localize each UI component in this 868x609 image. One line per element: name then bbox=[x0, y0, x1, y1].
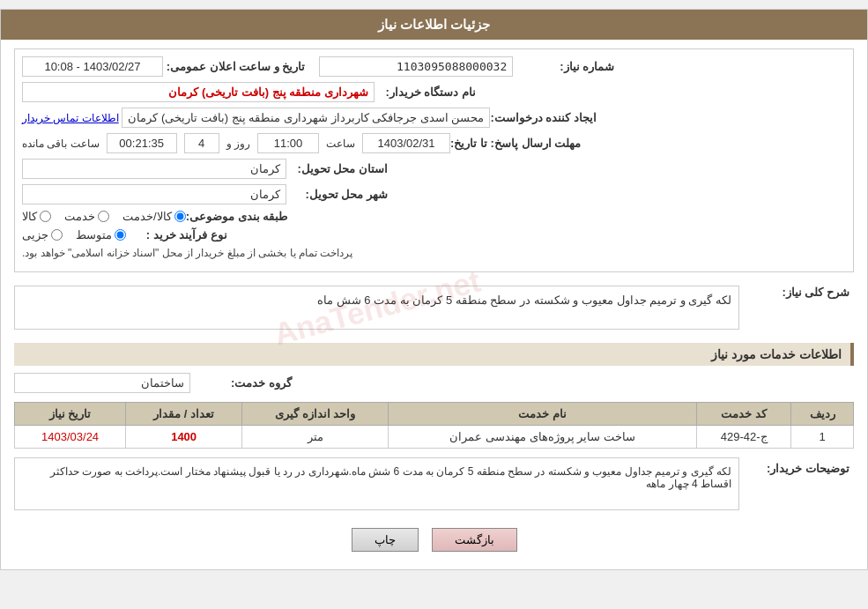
col-row-num: ردیف bbox=[791, 403, 854, 426]
radio-service[interactable]: خدمت bbox=[64, 210, 109, 223]
col-service-name: نام خدمت bbox=[389, 403, 697, 426]
row-need-number: شماره نیاز: 1103095088000032 تاریخ و ساع… bbox=[22, 56, 846, 77]
col-qty: تعداد / مقدار bbox=[126, 403, 242, 426]
province-value: کرمان bbox=[22, 159, 286, 179]
radio-partial-input[interactable] bbox=[51, 229, 63, 241]
announce-label: تاریخ و ساعت اعلان عمومی: bbox=[167, 60, 310, 73]
service-group-label: گروه خدمت: bbox=[190, 376, 296, 390]
city-label: شهر محل تحویل: bbox=[286, 188, 392, 201]
creator-label: ایجاد کننده درخواست: bbox=[490, 111, 601, 124]
province-label: استان محل تحویل: bbox=[286, 162, 392, 175]
buyer-notes-text: لکه گیری و ترمیم جداول معیوب و شکسته در … bbox=[50, 465, 731, 490]
cell-code: ج-42-429 bbox=[696, 426, 790, 449]
radio-service-label: خدمت bbox=[64, 210, 95, 223]
page-container: جزئیات اطلاعات نیاز شماره نیاز: 11030950… bbox=[0, 9, 868, 570]
need-desc-wrapper: لکه گیری و ترمیم جداول معیوب و شکسته در … bbox=[14, 281, 739, 334]
radio-goods-label: کالا bbox=[22, 210, 37, 223]
time-label: ساعت bbox=[326, 137, 355, 150]
service-group-value: ساختمان bbox=[14, 373, 190, 393]
col-date: تاریخ نیاز bbox=[15, 403, 126, 426]
reply-deadline-fields: 1403/02/31 ساعت 11:00 روز و 4 00:21:35 س… bbox=[22, 133, 450, 153]
row-province: استان محل تحویل: کرمان bbox=[22, 159, 846, 179]
watermark-area: لکه گیری و ترمیم جداول معیوب و شکسته در … bbox=[14, 281, 739, 334]
radio-goods-service-input[interactable] bbox=[174, 211, 186, 222]
purchase-note-text: پرداخت تمام یا بخشی از مبلغ خریدار از مح… bbox=[22, 247, 352, 259]
city-value: کرمان bbox=[22, 184, 286, 204]
row-subject: طبقه بندی موضوعی: کالا/خدمت خدمت کالا bbox=[22, 210, 846, 223]
radio-partial[interactable]: جزیی bbox=[22, 228, 63, 241]
row-service-group: گروه خدمت: ساختمان bbox=[14, 373, 854, 393]
reply-remaining-value: 00:21:35 bbox=[107, 133, 177, 153]
button-row: بازگشت چاپ bbox=[14, 519, 854, 561]
purchase-type-label: نوع فرآیند خرید : bbox=[126, 228, 232, 241]
radio-service-input[interactable] bbox=[98, 211, 109, 222]
reply-time-value: 11:00 bbox=[257, 133, 319, 153]
reply-date-value: 1403/02/31 bbox=[362, 133, 450, 153]
cell-row-num: 1 bbox=[791, 426, 854, 449]
need-number-value: 1103095088000032 bbox=[319, 56, 513, 77]
buyer-notes-section: توضیحات خریدار: لکه گیری و ترمیم جداول م… bbox=[14, 457, 854, 510]
content-area: شماره نیاز: 1103095088000032 تاریخ و ساع… bbox=[1, 40, 867, 569]
table-header-row: ردیف کد خدمت نام خدمت واحد اندازه گیری ت… bbox=[15, 403, 854, 426]
reply-deadline-label: مهلت ارسال پاسخ: تا تاریخ: bbox=[450, 137, 585, 150]
need-desc-section: شرح کلی نیاز: لکه گیری و ترمیم جداول معی… bbox=[14, 281, 854, 334]
col-unit: واحد اندازه گیری bbox=[242, 403, 389, 426]
contact-link[interactable]: اطلاعات تماس خریدار bbox=[22, 112, 119, 124]
buyer-notes-label: توضیحات خریدار: bbox=[748, 457, 854, 475]
need-desc-label: شرح کلی نیاز: bbox=[748, 281, 854, 299]
radio-goods-input[interactable] bbox=[40, 211, 51, 222]
cell-unit: متر bbox=[242, 426, 389, 449]
subject-radio-group: کالا/خدمت خدمت کالا bbox=[22, 210, 186, 223]
radio-moderate-label: متوسط bbox=[76, 228, 112, 241]
page-header: جزئیات اطلاعات نیاز bbox=[1, 10, 867, 40]
back-button[interactable]: بازگشت bbox=[432, 528, 517, 552]
buyer-notes-box: لکه گیری و ترمیم جداول معیوب و شکسته در … bbox=[14, 457, 739, 510]
radio-goods[interactable]: کالا bbox=[22, 210, 51, 223]
services-section-title: اطلاعات خدمات مورد نیاز bbox=[14, 343, 854, 366]
row-reply-deadline: مهلت ارسال پاسخ: تا تاریخ: 1403/02/31 سا… bbox=[22, 133, 846, 153]
row-purchase-type: نوع فرآیند خرید : متوسط جزیی bbox=[22, 228, 846, 241]
radio-goods-service[interactable]: کالا/خدمت bbox=[122, 210, 186, 223]
cell-qty: 1400 bbox=[126, 426, 242, 449]
announce-value: 1403/02/27 - 10:08 bbox=[22, 56, 163, 77]
col-service-code: کد خدمت bbox=[696, 403, 790, 426]
row-buyer-org: نام دستگاه خریدار: شهرداری منطقه پنج (با… bbox=[22, 82, 846, 102]
row-purchase-note: پرداخت تمام یا بخشی از مبلغ خریدار از مح… bbox=[22, 247, 846, 259]
main-info-section: شماره نیاز: 1103095088000032 تاریخ و ساع… bbox=[14, 48, 854, 272]
radio-partial-label: جزیی bbox=[22, 228, 48, 241]
purchase-type-radio-group: متوسط جزیی bbox=[22, 228, 126, 241]
need-number-label: شماره نیاز: bbox=[513, 60, 619, 73]
subject-label: طبقه بندی موضوعی: bbox=[186, 210, 293, 223]
creator-value: محسن اسدی جرجافکی کاربرداز شهرداری منطقه… bbox=[122, 108, 490, 128]
radio-moderate-input[interactable] bbox=[115, 229, 126, 241]
print-button[interactable]: چاپ bbox=[352, 528, 419, 552]
row-city: شهر محل تحویل: کرمان bbox=[22, 184, 846, 204]
need-description-box: لکه گیری و ترمیم جداول معیوب و شکسته در … bbox=[14, 286, 739, 330]
radio-goods-service-label: کالا/خدمت bbox=[122, 210, 172, 223]
service-table: ردیف کد خدمت نام خدمت واحد اندازه گیری ت… bbox=[14, 402, 854, 449]
days-label: روز و bbox=[226, 137, 250, 150]
row-creator: ایجاد کننده درخواست: محسن اسدی جرجافکی ک… bbox=[22, 108, 846, 128]
page-title: جزئیات اطلاعات نیاز bbox=[378, 17, 490, 32]
cell-date: 1403/03/24 bbox=[15, 426, 126, 449]
buyer-org-value: شهرداری منطقه پنج (بافت تاریخی) کرمان bbox=[22, 82, 375, 102]
need-description-text: لکه گیری و ترمیم جداول معیوب و شکسته در … bbox=[317, 293, 731, 307]
buyer-org-label: نام دستگاه خریدار: bbox=[375, 85, 480, 99]
table-row: 1 ج-42-429 ساخت سایر پروژه‌های مهندسی عم… bbox=[15, 426, 854, 449]
remaining-label: ساعت باقی مانده bbox=[22, 137, 100, 150]
radio-moderate[interactable]: متوسط bbox=[76, 228, 126, 241]
reply-days-value: 4 bbox=[184, 133, 219, 153]
cell-name: ساخت سایر پروژه‌های مهندسی عمران bbox=[389, 426, 697, 449]
